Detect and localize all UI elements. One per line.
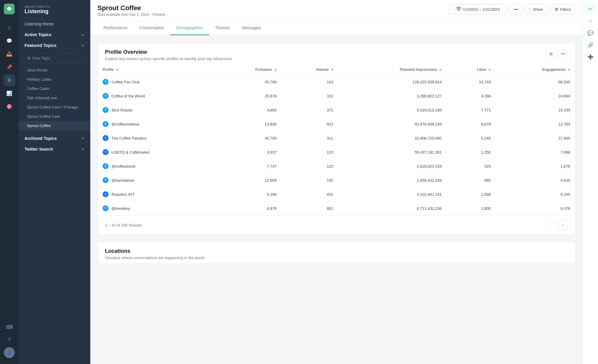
date-range-button[interactable]: 📅 1/1/2023 – 1/31/2023: [448, 4, 508, 14]
profile-cell: T @coffeemelissa: [98, 117, 216, 131]
profile-cell: T Best Roasts: [98, 103, 216, 117]
chat-icon[interactable]: 💬: [585, 27, 596, 38]
facebook-icon: f: [103, 191, 109, 197]
tab-demographics[interactable]: Demographics: [170, 21, 209, 35]
volume-cell: 123: [281, 145, 338, 159]
main-content: Sprout Coffee Data available from Dec 1,…: [90, 0, 582, 364]
more-options-button[interactable]: •••: [510, 4, 522, 14]
followers-cell: 13,836: [216, 117, 282, 131]
col-followers: Followers ⇅: [216, 65, 282, 75]
share-icon: ↑: [529, 7, 531, 12]
likes-cell: 525: [446, 159, 495, 173]
profile-name: Coffee of the World: [112, 94, 145, 98]
table-row: f The Coffee Fanatics 45,789 311 10,908,…: [98, 131, 575, 145]
chevron-down-icon: ▼: [81, 148, 84, 151]
nav-reports-icon[interactable]: 📊: [3, 87, 15, 99]
table-row: T @coffeeworld 7,747 122 2,629,023,158 5…: [98, 159, 575, 173]
col-profile: Profile ⇅: [98, 65, 216, 75]
table-row: T Coffee Fan Club 45,789 103 128,225,509…: [98, 75, 575, 89]
profile-cell: T @coffeeworld: [98, 159, 216, 173]
filter-icon: ⚙: [555, 7, 559, 12]
locations-card: Locations Visualize where conversations …: [97, 242, 575, 264]
followers-cell: 8,876: [216, 201, 282, 215]
profile-name: LGBTQ & Caffeinated: [112, 150, 149, 155]
nav-pin-icon[interactable]: 📌: [3, 61, 15, 73]
volume-cell: 122: [281, 159, 338, 173]
profile-name: @baristalove: [112, 178, 134, 183]
volume-cell: 311: [281, 131, 338, 145]
sidebar-item-talk-sproutlove[interactable]: Talk #SproutLove: [19, 93, 90, 103]
followers-cell: 45,789: [216, 75, 282, 89]
sidebar-section-twitter-search[interactable]: Twitter Search ▼: [19, 144, 90, 155]
tab-performance[interactable]: Performance: [97, 21, 133, 35]
pagination-info: 1 – 10 of 200 Results: [105, 223, 142, 227]
grid-view-button[interactable]: ⊞: [546, 49, 556, 59]
section-title: Listening: [25, 8, 84, 15]
engagements-cell: 1,678: [495, 159, 575, 173]
alert-icon[interactable]: ⚠: [585, 16, 596, 26]
right-rail: ✏ ⚠ 💬 🔗 ➕: [582, 0, 598, 364]
likes-cell: 965: [446, 173, 495, 187]
engagements-cell: 7,896: [495, 145, 575, 159]
topbar-left: Sprout Coffee Data available from Dec 1,…: [97, 4, 165, 17]
user-avatar[interactable]: 👤: [4, 347, 15, 358]
nav-messages-icon[interactable]: 💬: [3, 35, 15, 47]
nav-alerts-icon[interactable]: ⚠: [3, 22, 15, 33]
sidebar-item-sprout-coffee[interactable]: Sprout Coffee: [19, 121, 90, 130]
nav-help-icon[interactable]: ?: [3, 334, 15, 346]
table-row: f LGBTQ & Caffeinated 3,937 123 55,437,1…: [98, 145, 575, 159]
sidebar-section-active-topics[interactable]: Active Topics ▲: [19, 29, 90, 40]
filters-button[interactable]: ⚙ Filters: [550, 4, 575, 14]
profile-name: @coffeemelissa: [112, 122, 139, 126]
sidebar-section-archived-topics[interactable]: Archived Topics ▼: [19, 133, 90, 144]
pagination-buttons: ← →: [546, 220, 568, 230]
impressions-cell: 3,288,802,127: [338, 89, 447, 103]
add-icon[interactable]: ➕: [585, 51, 596, 62]
new-topic-button[interactable]: ⊕ New Topic: [23, 53, 86, 63]
sidebar: Sprout Coffee Co. Listening Listening Ho…: [19, 0, 90, 364]
tab-conversation[interactable]: Conversation: [133, 21, 170, 35]
sidebar-section-featured-topics[interactable]: Featured Topics ▼: [19, 40, 90, 51]
sidebar-item-holiday-lattes[interactable]: Holiday Lattes: [19, 75, 90, 84]
engagements-cell: 12,789: [495, 117, 575, 131]
topbar-right: 📅 1/1/2023 – 1/31/2023 ••• ↑ Share ⚙ Fil…: [448, 4, 575, 14]
nav-inbox-icon[interactable]: 📥: [3, 48, 15, 60]
sidebar-item-sprout-coffee-care[interactable]: Sprout Coffee Care: [19, 112, 90, 121]
card-more-button[interactable]: •••: [558, 49, 568, 59]
nav-listening-icon[interactable]: [3, 74, 15, 86]
link-icon[interactable]: 🔗: [585, 39, 596, 50]
tab-messages[interactable]: Messages: [236, 21, 267, 35]
impressions-cell: 4,316,441,141: [338, 187, 447, 201]
sidebar-item-java-house[interactable]: Java House: [19, 65, 90, 75]
locations-card-header: Locations Visualize where conversations …: [98, 242, 575, 264]
sidebar-item-coffee-cabin[interactable]: Coffee Cabin: [19, 84, 90, 93]
sort-icon: ⇅: [439, 68, 442, 71]
sidebar-item-listening-home[interactable]: Listening Home: [19, 19, 90, 29]
profile-name: @coffeeworld: [112, 164, 135, 169]
chevron-up-icon: ▲: [81, 33, 84, 36]
twitter-icon: T: [103, 205, 109, 211]
volume-cell: 103: [281, 75, 338, 89]
card-actions: ⊞ •••: [546, 49, 568, 59]
nav-campaigns-icon[interactable]: 🎯: [3, 100, 15, 112]
compose-icon[interactable]: ✏: [585, 4, 596, 14]
share-button[interactable]: ↑ Share: [524, 4, 548, 14]
likes-cell: 5,245: [446, 131, 495, 145]
page-subtitle: Data available from Dec 1, 2018 – Presen…: [97, 13, 165, 17]
twitter-icon: T: [103, 93, 109, 99]
prev-page-button[interactable]: ←: [546, 220, 556, 230]
sidebar-header: Sprout Coffee Co. Listening: [19, 0, 90, 19]
company-name: Sprout Coffee Co.: [25, 5, 84, 8]
chevron-down-icon: ▼: [81, 137, 84, 140]
followers-cell: 20,678: [216, 89, 282, 103]
engagements-cell: 9,376: [495, 201, 575, 215]
nav-keyboard-icon[interactable]: ⌨: [3, 321, 15, 333]
sidebar-item-sprout-coffee-care-chicago[interactable]: Sprout Coffee Care • Chicago: [19, 103, 90, 112]
next-page-button[interactable]: →: [558, 220, 568, 230]
twitter-icon: T: [103, 107, 109, 113]
impressions-cell: 10,908,720,000: [338, 131, 447, 145]
plus-icon: ⊕: [27, 56, 30, 60]
pagination: 1 – 10 of 200 Results ← →: [98, 215, 575, 234]
tab-themes[interactable]: Themes: [209, 21, 236, 35]
profile-name: Best Roasts: [112, 108, 132, 112]
